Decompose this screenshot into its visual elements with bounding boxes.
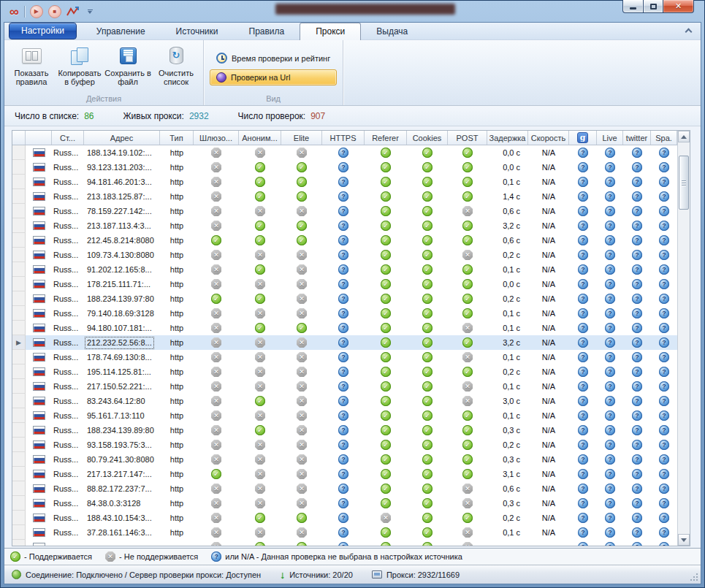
start-check-button[interactable]: ▶ xyxy=(30,5,43,18)
spam-cell xyxy=(651,204,677,218)
post-cell xyxy=(448,306,487,321)
collapse-ribbon-chevron[interactable] xyxy=(686,29,692,35)
show-rules-button[interactable]: Показать правила xyxy=(7,42,56,86)
column-header-gateway[interactable]: Шлюзо... xyxy=(194,131,239,145)
table-row[interactable]: Russ... 213.187.113.4:3... http 3,2 c N/… xyxy=(12,218,677,233)
column-header-speed[interactable]: Скорость xyxy=(528,131,569,145)
column-header-anonymous[interactable]: Аноним... xyxy=(239,131,281,145)
column-header-google[interactable]: g xyxy=(569,131,597,145)
country-flag-cell xyxy=(26,467,52,481)
minimize-button[interactable] xyxy=(622,0,644,13)
table-row[interactable]: Russ... 94.181.46.201:3... http 0,1 c N/… xyxy=(12,175,677,189)
table-row[interactable]: Russ... 88.82.172.237:7... http 0,6 c N/… xyxy=(12,481,677,496)
table-row[interactable]: Russ... 188.234.139.89:80 http 0,3 c N/A xyxy=(12,423,677,438)
column-header-selector[interactable] xyxy=(12,131,26,145)
save-to-file-button[interactable]: Сохранить в файл xyxy=(104,42,152,86)
table-row[interactable]: Russ... 79.140.18.69:3128 http 0,1 c N/A xyxy=(12,306,677,321)
anonymous-cell xyxy=(239,160,281,175)
spam-cell xyxy=(651,321,677,335)
table-row[interactable]: Russ... 80.79.241.30:8080 http 0,3 c N/A xyxy=(12,452,677,467)
speed-cell xyxy=(528,540,569,546)
table-row[interactable]: Russ... 93.158.193.75:3... http 0,2 c N/… xyxy=(12,438,677,452)
table-row[interactable]: Russ... 94.180.107.181:... http 0,1 c N/… xyxy=(12,321,677,335)
table-row[interactable]: Russ... 212.45.8.214:8080 http 0,6 c N/A xyxy=(12,233,677,248)
elite-cell xyxy=(281,145,322,160)
column-header-twitter[interactable]: twitter xyxy=(623,131,651,145)
copy-to-buffer-button[interactable]: Копировать в буфер xyxy=(56,42,104,86)
tab-proxy[interactable]: Прокси xyxy=(300,23,361,40)
column-header-post[interactable]: POST xyxy=(448,131,487,145)
post-cell xyxy=(448,481,487,496)
country-flag-cell xyxy=(26,525,52,540)
graph-tool-icon[interactable] xyxy=(66,6,80,17)
post-cell xyxy=(448,175,487,189)
tab-rules[interactable]: Правила xyxy=(234,24,300,39)
type-cell: http xyxy=(160,452,194,467)
live-cell xyxy=(597,525,623,540)
table-row[interactable]: Russ... 93.123.131.203:... http 0,0 c N/… xyxy=(12,160,677,175)
table-row[interactable] xyxy=(12,540,677,546)
table-row[interactable]: Russ... 83.243.64.12:80 http 3,0 c N/A xyxy=(12,394,677,408)
gateway-cell xyxy=(194,540,239,546)
column-header-referer[interactable]: Referer xyxy=(365,131,407,145)
scroll-up-button[interactable] xyxy=(678,131,690,142)
table-row[interactable]: Russ... 188.43.10.154:3... http 0,2 c N/… xyxy=(12,511,677,525)
gateway-cell xyxy=(194,481,239,496)
table-row[interactable]: Russ... 78.159.227.142:... http 0,6 c N/… xyxy=(12,204,677,218)
tab-settings[interactable]: Настройки xyxy=(9,23,77,39)
column-header-delay[interactable]: Задержка xyxy=(487,131,528,145)
table-row[interactable]: Russ... 195.114.125.81:... http 0,2 c N/… xyxy=(12,364,677,379)
table-row[interactable]: Russ... 178.215.111.71:... http 0,0 c N/… xyxy=(12,277,677,291)
table-row[interactable]: Russ... 188.234.139.97:80 http 0,2 c N/A xyxy=(12,291,677,306)
scroll-down-button[interactable] xyxy=(678,534,690,546)
column-header-elite[interactable]: Elite xyxy=(281,131,322,145)
column-header-type[interactable]: Тип xyxy=(160,131,194,145)
type-cell: http xyxy=(160,467,194,481)
table-row[interactable]: Russ... 95.161.7.13:110 http 0,1 c N/A xyxy=(12,408,677,423)
google-cell xyxy=(569,467,597,481)
tab-management[interactable]: Управление xyxy=(81,24,161,39)
table-row[interactable]: Russ... 217.150.52.221:... http 0,1 c N/… xyxy=(12,379,677,394)
table-row[interactable]: Russ... 188.134.19.102:... http 0,0 c N/… xyxy=(12,145,677,160)
table-row[interactable]: Russ... 217.13.217.147:... http 3,1 c N/… xyxy=(12,467,677,481)
maximize-button[interactable] xyxy=(644,0,663,13)
stat-value: 907 xyxy=(310,111,325,121)
table-row[interactable]: Russ... 91.202.12.165:8... http 0,1 c N/… xyxy=(12,262,677,277)
legend-bar: - Поддерживается - Не поддерживается или… xyxy=(4,548,701,565)
tab-sources[interactable]: Источники xyxy=(161,24,234,39)
green-dot-icon xyxy=(12,570,21,579)
close-button[interactable]: ✕ xyxy=(663,0,694,13)
resize-grip[interactable] xyxy=(689,572,698,581)
elite-cell xyxy=(281,277,322,291)
table-row[interactable]: Russ... 84.38.0.3:3128 http 0,3 c N/A xyxy=(12,496,677,511)
column-header-cookies[interactable]: Cookies xyxy=(407,131,448,145)
live-cell xyxy=(597,233,623,248)
speed-cell: N/A xyxy=(528,350,569,364)
table-row[interactable]: Russ... 213.183.125.87:... http 1,4 c N/… xyxy=(12,189,677,204)
stop-check-button[interactable]: ■ xyxy=(48,5,61,18)
column-header-address[interactable]: Адрес xyxy=(84,131,160,145)
check-time-rating-toggle[interactable]: Время проверки и рейтинг xyxy=(210,50,337,66)
customize-toolbar-dropdown[interactable] xyxy=(88,9,93,14)
google-cell xyxy=(569,379,597,394)
column-header-country[interactable]: Ст... xyxy=(52,131,84,145)
scrollbar-thumb[interactable] xyxy=(679,156,689,210)
table-row[interactable]: ▶ Russ... 212.232.52.56:8... http 3,2 c … xyxy=(12,335,677,350)
column-header-https[interactable]: HTTPS xyxy=(322,131,365,145)
tab-output[interactable]: Выдача xyxy=(361,24,423,39)
address-cell xyxy=(84,540,160,546)
table-row[interactable]: Russ... 109.73.4.130:8080 http 0,2 c N/A xyxy=(12,248,677,262)
referer-cell xyxy=(365,160,407,175)
column-header-live[interactable]: Live xyxy=(597,131,623,145)
twitter-cell xyxy=(623,350,651,364)
https-cell xyxy=(322,160,365,175)
gateway-cell xyxy=(194,364,239,379)
table-row[interactable]: Russ... 178.74.69.130:8... http 0,1 c N/… xyxy=(12,350,677,364)
column-header-flag[interactable] xyxy=(26,131,52,145)
table-row[interactable]: Russ... 37.28.161.146:3... http 0,1 c N/… xyxy=(12,525,677,540)
clear-list-button[interactable]: Очистить список xyxy=(152,42,200,86)
url-checks-toggle[interactable]: Проверки на Url xyxy=(210,69,337,85)
country-cell: Russ... xyxy=(52,145,84,160)
vertical-scrollbar[interactable] xyxy=(677,131,690,546)
column-header-spam[interactable]: Spa. xyxy=(651,131,677,145)
